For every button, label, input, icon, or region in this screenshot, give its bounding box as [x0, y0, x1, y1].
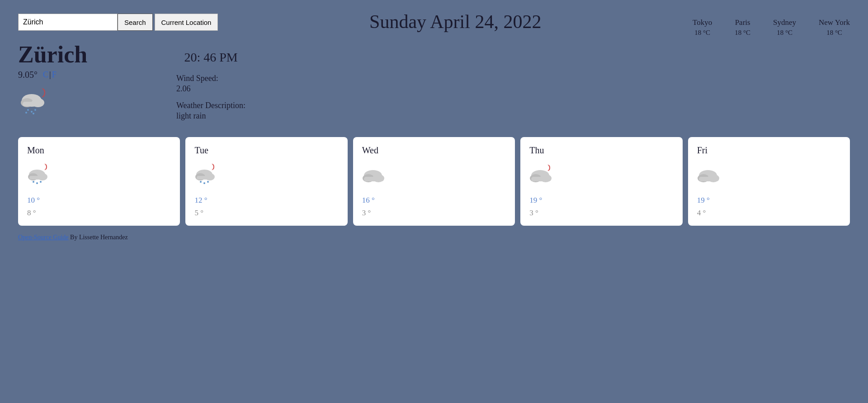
forecast-icon-thu — [529, 162, 673, 189]
current-temp: 9.05° — [18, 70, 38, 80]
forecast-low-fri: 4 ° — [697, 209, 841, 218]
forecast-day-thu: Thu — [529, 145, 673, 156]
city-name-tokyo: Tokyo — [693, 18, 712, 27]
forecast-high-fri: 19 ° — [697, 196, 841, 205]
city-tokyo: Tokyo 18 °C — [693, 18, 712, 37]
header-center: Sunday April 24, 2022 — [218, 14, 693, 33]
main-date: Sunday April 24, 2022 — [218, 11, 693, 33]
main-content: Zürich 9.05° C | F — [18, 41, 850, 128]
forecast-low-mon: 8 ° — [27, 209, 171, 218]
cities-row: Tokyo 18 °C Paris 18 °C Sydney 18 °C New… — [693, 18, 850, 37]
forecast-icon-wed — [362, 162, 506, 189]
city-name-paris: Paris — [735, 18, 750, 27]
svg-point-7 — [25, 112, 27, 114]
svg-point-20 — [200, 181, 202, 183]
forecast-low-tue: 5 ° — [194, 209, 338, 218]
unit-fahrenheit[interactable]: F — [52, 70, 57, 80]
wind-speed-value: 2.06 — [176, 84, 245, 94]
city-temp-paris: 18 °C — [735, 29, 750, 37]
svg-point-13 — [33, 181, 34, 183]
forecast-card-thu: Thu 19 ° 3 ° — [520, 137, 682, 226]
forecast-card-fri: Fri 19 ° 4 ° — [688, 137, 850, 226]
forecast-icon-fri — [697, 162, 841, 189]
time-display: 20: 46 PM — [176, 50, 245, 65]
forecast-day-wed: Wed — [362, 145, 506, 156]
svg-rect-30 — [531, 177, 551, 181]
city-sydney: Sydney 18 °C — [773, 18, 796, 37]
search-area: Search Current Location — [18, 14, 218, 31]
svg-point-22 — [207, 181, 209, 183]
footer-link[interactable]: Open-Source Guide — [18, 234, 69, 241]
current-location-button[interactable]: Current Location — [155, 14, 218, 31]
forecast-icon-tue — [194, 162, 338, 189]
forecast-icon-mon — [27, 162, 171, 189]
city-name-newyork: New York — [819, 18, 850, 27]
svg-point-14 — [36, 182, 38, 184]
forecast-card-mon: Mon 10 ° 8 ° — [18, 137, 180, 226]
forecast-day-tue: Tue — [194, 145, 338, 156]
forecast-low-wed: 3 ° — [362, 209, 506, 218]
svg-point-5 — [31, 111, 33, 113]
weather-desc-value: light rain — [176, 111, 245, 121]
forecast-row: Mon 10 ° 8 ° Tue — [18, 137, 850, 226]
city-temp-tokyo: 18 °C — [693, 29, 712, 37]
search-button[interactable]: Search — [118, 14, 153, 31]
unit-celsius[interactable]: C — [43, 70, 48, 80]
forecast-card-wed: Wed 16 ° 3 ° — [353, 137, 515, 226]
svg-point-21 — [203, 182, 205, 184]
center-info: 20: 46 PM Wind Speed: 2.06 Weather Descr… — [176, 50, 245, 128]
left-panel: Zürich 9.05° C | F — [18, 41, 163, 128]
city-name-sydney: Sydney — [773, 18, 796, 27]
forecast-high-thu: 19 ° — [529, 196, 673, 205]
svg-point-6 — [34, 109, 36, 111]
current-weather-icon — [18, 85, 163, 118]
svg-point-4 — [27, 109, 29, 111]
city-temp-sydney: 18 °C — [773, 29, 796, 37]
footer-attribution: By Lissette Hernandez — [69, 234, 128, 241]
svg-point-15 — [40, 181, 42, 183]
svg-point-8 — [33, 113, 34, 114]
forecast-card-tue: Tue 12 ° 5 ° — [185, 137, 347, 226]
forecast-high-wed: 16 ° — [362, 196, 506, 205]
unit-separator: | — [49, 70, 51, 80]
wind-speed-label: Wind Speed: — [176, 74, 245, 83]
city-newyork: New York 18 °C — [819, 18, 850, 37]
city-paris: Paris 18 °C — [735, 18, 750, 37]
search-input[interactable] — [18, 14, 118, 31]
city-title: Zürich — [18, 41, 163, 68]
svg-rect-3 — [23, 102, 43, 106]
weather-desc-label: Weather Description: — [176, 101, 245, 110]
svg-rect-19 — [197, 176, 214, 180]
svg-rect-34 — [699, 177, 719, 181]
city-temp-newyork: 18 °C — [819, 29, 850, 37]
svg-rect-12 — [29, 176, 47, 180]
forecast-day-fri: Fri — [697, 145, 841, 156]
footer: Open-Source Guide By Lissette Hernandez — [18, 234, 850, 241]
temp-row: 9.05° C | F — [18, 70, 163, 80]
forecast-day-mon: Mon — [27, 145, 171, 156]
forecast-high-tue: 12 ° — [194, 196, 338, 205]
unit-toggle: C | F — [43, 70, 57, 80]
top-bar: Search Current Location Sunday April 24,… — [18, 14, 850, 37]
svg-rect-26 — [364, 177, 384, 181]
forecast-high-mon: 10 ° — [27, 196, 171, 205]
forecast-low-thu: 3 ° — [529, 209, 673, 218]
